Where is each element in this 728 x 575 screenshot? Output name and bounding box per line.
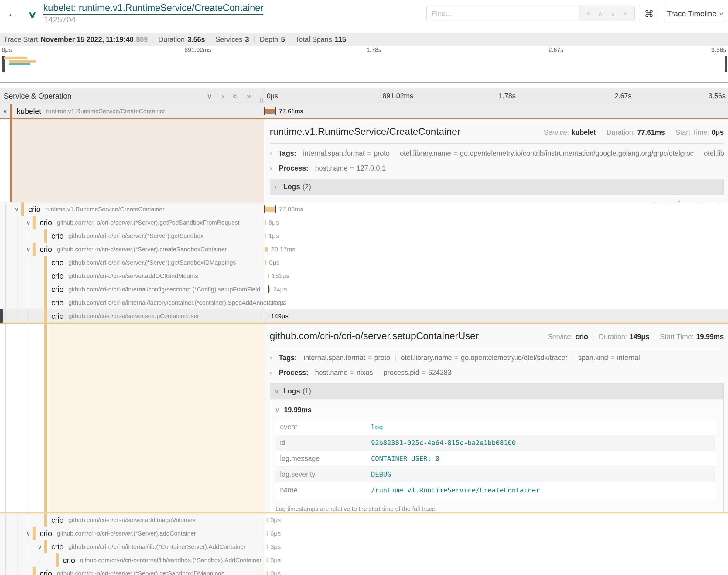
span-row-crio-createcontainer[interactable]: ∨ crio runtime.v1.RuntimeService/CreateC… [0,202,728,216]
span-duration-bar[interactable] [267,531,268,536]
span-name-cell[interactable]: crio github.com/cri-o/cri-o/server.setup… [0,309,264,323]
span-duration-bar[interactable] [265,220,266,225]
span-bar-cell[interactable]: 77.61ms [264,104,728,118]
process-accordion[interactable]: › Process: host.name=127.0.0.1 [270,161,724,176]
chevron-down-icon[interactable]: ∨ [35,543,44,550]
log-entry-accordion[interactable]: ∨ 19.99ms [275,403,719,419]
chevron-down-icon[interactable]: ∨ [1,108,10,115]
span-name-cell[interactable]: crio github.com/cri-o/cri-o/internal/lib… [0,553,264,567]
span-bar-cell[interactable]: 149μs [264,309,728,323]
span-row-sandbox-addcontainer[interactable]: crio github.com/cri-o/cri-o/internal/lib… [0,553,728,567]
span-bar-cell[interactable]: 24μs [264,283,728,296]
span-row-seccomp-setupfromfield[interactable]: crio github.com/cri-o/cri-o/internal/con… [0,283,728,296]
span-duration-bar[interactable] [267,571,268,575]
logs-accordion[interactable]: ∨ Logs (1) [270,383,724,399]
span-name-cell[interactable]: ∨ crio github.com/cri-o/cri-o/internal/l… [0,540,264,553]
span-row-kubelet-createcontainer[interactable]: ∨ kubelet runtime.v1.RuntimeService/Crea… [0,104,728,118]
minimap-right-handle[interactable] [725,56,727,72]
span-name-cell[interactable]: ∨ crio runtime.v1.RuntimeService/CreateC… [0,202,264,216]
selected-row-marker [0,309,3,323]
span-duration-bar[interactable] [268,274,269,278]
span-bar-cell[interactable]: 151μs [264,269,728,283]
trace-title-collapse-icon[interactable]: ∨ [28,10,37,20]
span-bar-cell[interactable]: 0μs [264,513,728,527]
minimap-span [9,60,36,63]
back-arrow-icon[interactable]: ← [7,8,18,19]
span-duration-bar[interactable] [265,207,275,212]
span-bar-cell[interactable]: 0μs [264,256,728,269]
find-next-icon[interactable]: ∨ [610,10,616,17]
span-name-cell[interactable]: crio github.com/cri-o/cri-o/internal/fac… [0,296,264,309]
span-name-cell[interactable]: ∨ crio github.com/cri-o/cri-o/server.(*S… [0,243,264,256]
span-bar-cell[interactable]: 20.17ms [264,243,728,256]
span-name-cell[interactable]: crio github.com/cri-o/cri-o/server.(*Ser… [0,567,264,575]
span-duration-bar[interactable] [265,260,266,265]
keyboard-shortcuts-button[interactable]: ⌘ [640,5,658,23]
tags-accordion[interactable]: › Tags: internal.span.format=proto otel.… [270,146,724,161]
expand-one-icon[interactable]: › [222,92,224,100]
trace-view-dropdown[interactable]: Trace Timeline ∨ [664,5,726,23]
span-duration-bar[interactable] [265,109,275,113]
span-row-getsandboxidmappings[interactable]: crio github.com/cri-o/cri-o/server.(*Ser… [0,256,728,269]
chevron-down-icon[interactable]: ∨ [12,206,21,213]
trace-id: 1425704 [44,15,76,25]
span-duration-bar[interactable] [269,287,270,292]
trace-title-link[interactable]: kubelet: runtime.v1.RuntimeService/Creat… [43,2,263,15]
span-bar-cell[interactable]: 43μs [264,296,728,309]
chevron-down-icon[interactable]: ∨ [24,530,33,537]
span-row-getsandboxidmappings-2[interactable]: crio github.com/cri-o/cri-o/server.(*Ser… [0,567,728,575]
span-name-cell[interactable]: crio github.com/cri-o/cri-o/internal/con… [0,283,264,296]
span-row-createsandboxcontainer[interactable]: ∨ crio github.com/cri-o/cri-o/server.(*S… [0,243,728,256]
span-row-setupcontaineruser[interactable]: crio github.com/cri-o/cri-o/server.setup… [0,309,728,323]
span-row-lib-addcontainer[interactable]: ∨ crio github.com/cri-o/cri-o/internal/l… [0,540,728,553]
span-duration-bar[interactable] [265,233,266,238]
tags-accordion[interactable]: › Tags: internal.span.format=proto otel.… [270,350,724,365]
span-bar-cell[interactable]: 77.08ms [264,202,728,216]
span-bar-cell[interactable]: 1μs [264,229,728,243]
find-clear-icon[interactable]: × [623,10,627,17]
span-duration-bar[interactable] [267,558,268,563]
chevron-right-icon: › [270,354,279,362]
span-name-cell[interactable]: ∨ crio github.com/cri-o/cri-o/server.(*S… [0,216,264,229]
span-duration-bar[interactable] [267,518,268,522]
span-row-getpodsandboxfromrequest[interactable]: ∨ crio github.com/cri-o/cri-o/server.(*S… [0,216,728,229]
span-row-addimagevolumes[interactable]: crio github.com/cri-o/cri-o/server.addIm… [0,513,728,527]
detail-tint [47,324,264,512]
span-name-cell[interactable]: crio github.com/cri-o/cri-o/server.addOC… [0,269,264,283]
span-name-cell[interactable]: crio github.com/cri-o/cri-o/server.addIm… [0,513,264,527]
span-name-cell[interactable]: crio github.com/cri-o/cri-o/server.(*Ser… [0,256,264,269]
process-accordion[interactable]: › Process: host.name=nixos process.pid=6… [270,365,724,380]
span-bar-cell[interactable]: 0μs [264,553,728,567]
span-duration-bar[interactable] [265,247,268,252]
chevron-down-icon: ∨ [719,11,724,17]
span-row-addocibindmounts[interactable]: crio github.com/cri-o/cri-o/server.addOC… [0,269,728,283]
span-name-cell[interactable]: crio github.com/cri-o/cri-o/server.(*Ser… [0,229,264,243]
span-detail-body: github.com/cri-o/cri-o/server.setupConta… [264,324,728,512]
find-input[interactable] [427,6,578,21]
span-bar-cell[interactable]: 8μs [264,216,728,229]
trace-minimap[interactable] [0,55,728,82]
span-name-cell[interactable]: ∨ crio github.com/cri-o/cri-o/server.(*S… [0,527,264,540]
collapse-all-icon[interactable]: » [231,94,239,98]
span-detail-meta: Service:crio Duration:149μs Start Time:1… [548,330,724,341]
chevron-right-icon: › [270,369,279,377]
span-bar-cell[interactable]: 0μs [264,567,728,575]
expand-all-icon[interactable]: » [247,92,251,100]
span-duration-bar[interactable] [267,544,268,549]
chevron-down-icon: ∨ [275,406,284,414]
span-duration-bar[interactable] [268,314,268,318]
locate-icon[interactable]: ⌖ [586,10,590,17]
column-resize-grip[interactable] [260,98,263,103]
span-row-addcontainer[interactable]: ∨ crio github.com/cri-o/cri-o/server.(*S… [0,527,728,540]
span-name-cell[interactable]: ∨ kubelet runtime.v1.RuntimeService/Crea… [0,104,264,118]
span-bar-cell[interactable]: 6μs [264,527,728,540]
chevron-down-icon[interactable]: ∨ [24,219,33,226]
find-prev-icon[interactable]: ∧ [598,10,603,17]
span-row-getsandbox[interactable]: crio github.com/cri-o/cri-o/server.(*Ser… [0,229,728,243]
collapse-one-icon[interactable]: ∨ [206,92,212,100]
logs-accordion[interactable]: › Logs (2) [270,179,724,195]
span-row-specaddannotations[interactable]: crio github.com/cri-o/cri-o/internal/fac… [0,296,728,309]
divider [378,369,378,376]
span-bar-cell[interactable]: 3μs [264,540,728,553]
chevron-down-icon[interactable]: ∨ [24,246,33,253]
